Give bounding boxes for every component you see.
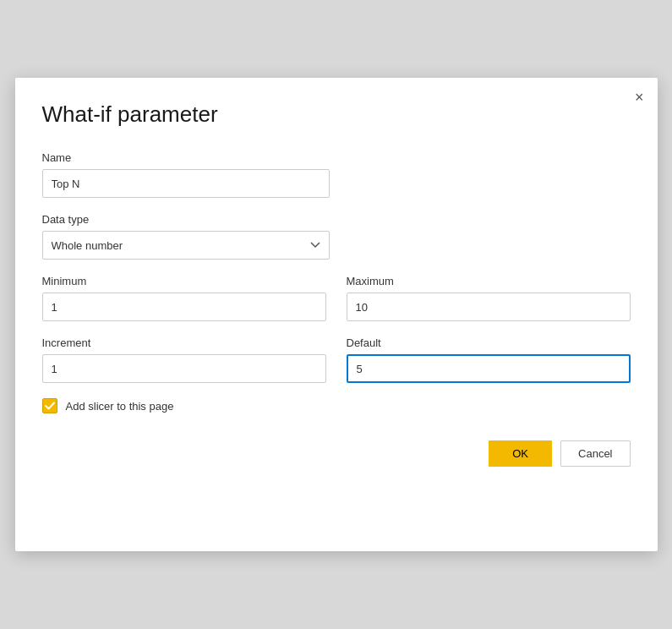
default-field-group: Default <box>347 336 631 383</box>
data-type-field-group: Data type Whole number Decimal number Fi… <box>42 213 631 260</box>
increment-default-row: Increment Default <box>42 336 631 383</box>
data-type-label: Data type <box>42 213 631 226</box>
name-label: Name <box>42 151 631 164</box>
maximum-label: Maximum <box>347 275 631 287</box>
minimum-label: Minimum <box>42 275 326 287</box>
name-input[interactable] <box>42 169 330 198</box>
increment-label: Increment <box>42 336 326 349</box>
increment-input[interactable] <box>42 354 326 383</box>
dialog-overlay: × What-if parameter Name Data type Whole… <box>0 0 672 629</box>
minimum-field-group: Minimum <box>42 275 326 321</box>
add-slicer-label: Add slicer to this page <box>66 400 174 413</box>
name-field-group: Name <box>42 151 631 198</box>
default-input[interactable] <box>347 354 631 383</box>
min-max-row: Minimum Maximum <box>42 275 631 321</box>
dialog-title: What-if parameter <box>42 101 631 128</box>
maximum-input[interactable] <box>347 293 631 321</box>
add-slicer-checkbox[interactable] <box>42 398 57 413</box>
ok-button[interactable]: OK <box>489 440 552 467</box>
what-if-dialog: × What-if parameter Name Data type Whole… <box>15 78 658 551</box>
close-button[interactable]: × <box>635 90 644 105</box>
dialog-footer: OK Cancel <box>42 440 631 467</box>
data-type-select-wrapper: Whole number Decimal number Fixed decima… <box>42 231 330 260</box>
cancel-button[interactable]: Cancel <box>560 440 630 467</box>
minimum-input[interactable] <box>42 293 326 321</box>
data-type-select[interactable]: Whole number Decimal number Fixed decima… <box>42 231 330 260</box>
maximum-field-group: Maximum <box>347 275 631 321</box>
increment-field-group: Increment <box>42 336 326 383</box>
default-label: Default <box>347 336 631 349</box>
add-slicer-row: Add slicer to this page <box>42 398 631 413</box>
